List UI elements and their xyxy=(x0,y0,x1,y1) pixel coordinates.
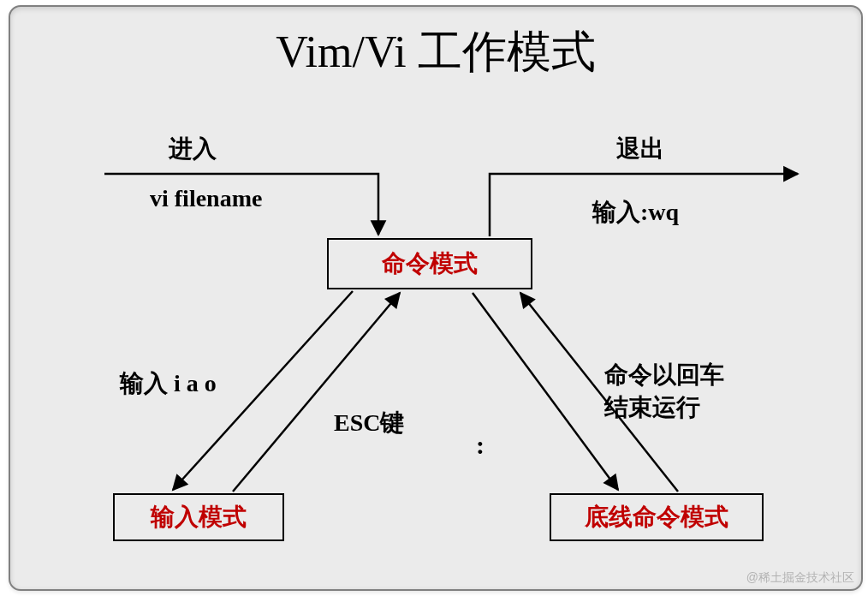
node-lastline-mode: 底线命令模式 xyxy=(550,493,764,541)
label-enter-command: vi filename xyxy=(150,183,262,214)
arrow-command-to-lastline xyxy=(473,293,618,490)
watermark: @稀土掘金技术社区 xyxy=(746,570,854,586)
node-command-mode: 命令模式 xyxy=(327,238,532,289)
label-esc: ESC键 xyxy=(334,408,404,438)
diagram-canvas: Vim/Vi 工作模式 命令模式 输入模式 底线命令模式 进入 vi filen… xyxy=(9,5,863,591)
node-insert-mode: 输入模式 xyxy=(113,493,284,541)
label-exit-command: 输入:wq xyxy=(592,197,679,228)
arrow-insert-to-command xyxy=(233,293,400,492)
label-lastline-return-line1: 命令以回车 xyxy=(604,360,724,390)
label-to-insert: 输入 i a o xyxy=(120,368,217,399)
label-enter: 进入 xyxy=(169,134,217,164)
label-exit: 退出 xyxy=(616,134,664,164)
label-lastline-return-line2: 结束运行 xyxy=(604,392,700,423)
diagram-title: Vim/Vi 工作模式 xyxy=(10,22,861,82)
label-colon: : xyxy=(476,428,485,462)
